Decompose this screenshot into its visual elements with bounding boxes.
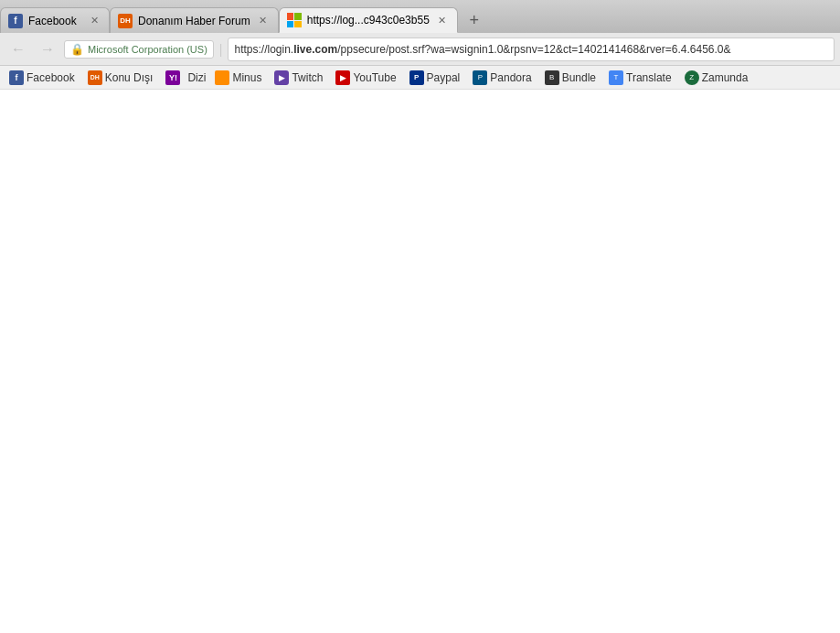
back-button[interactable]: ← (5, 37, 31, 62)
bookmark-icon-bundle: B (545, 70, 559, 85)
nav-bar: ← → 🔒 Microsoft Corporation (US) | https… (0, 33, 840, 66)
bookmark-minus[interactable]: Minus (209, 68, 267, 88)
address-text: https://login.live.com/ppsecure/post.srf… (234, 43, 828, 56)
security-label: Microsoft Corporation (US) (88, 44, 207, 55)
bookmark-icon-konudisi: DH (88, 70, 102, 85)
bookmark-youtube[interactable]: ▶ YouTube (330, 68, 401, 88)
bookmark-paypal[interactable]: P Paypal (404, 68, 466, 88)
bookmark-label-paypal: Paypal (427, 71, 461, 84)
bookmark-icon-twitch: ▶ (274, 70, 289, 85)
tab-facebook[interactable]: f Facebook ✕ (0, 7, 110, 33)
bookmark-label-pandora: Pandora (490, 71, 531, 84)
bookmark-label-youtube: YouTube (353, 71, 396, 84)
lock-icon: 🔒 (70, 43, 84, 56)
bookmark-label-facebook: Facebook (27, 71, 75, 84)
security-badge[interactable]: 🔒 Microsoft Corporation (US) (64, 40, 214, 59)
tab-donanim[interactable]: DH Donanım Haber Forum ✕ (110, 7, 279, 33)
tab-label-live: https://log...c943c0e3b55 (307, 14, 430, 27)
page-content (0, 90, 840, 633)
bookmark-label-dizi: Dizi (187, 71, 206, 84)
bookmark-konudisi[interactable]: DH Konu Dışı (82, 68, 159, 88)
bookmark-zamunda[interactable]: Z Zamunda (679, 68, 754, 88)
bookmark-label-twitch: Twitch (292, 71, 323, 84)
tab-close-live[interactable]: ✕ (435, 13, 450, 27)
tab-label-donanim: Donanım Haber Forum (138, 15, 250, 27)
address-bar[interactable]: https://login.live.com/ppsecure/post.srf… (228, 38, 835, 61)
forward-button[interactable]: → (35, 37, 60, 62)
bookmark-twitch[interactable]: ▶ Twitch (269, 68, 328, 88)
bookmark-icon-zamunda: Z (685, 70, 699, 85)
bookmark-label-zamunda: Zamunda (702, 71, 749, 84)
bookmark-label-minus: Minus (232, 71, 261, 84)
bookmark-label-konudisi: Konu Dışı (105, 71, 154, 84)
bookmark-icon-dizi: Y! (165, 70, 180, 85)
tab-favicon-facebook: f (8, 14, 23, 28)
bookmark-icon-pandora: P (473, 70, 487, 85)
bookmark-pandora[interactable]: P Pandora (467, 68, 537, 88)
new-tab-button[interactable]: + (462, 7, 487, 33)
tab-close-donanim[interactable]: ✕ (256, 14, 271, 28)
bookmark-translate[interactable]: T Translate (603, 68, 677, 88)
tab-bar: f Facebook ✕ DH Donanım Haber Forum ✕ ht… (0, 0, 840, 33)
bookmarks-bar: f Facebook DH Konu Dışı Y! Dizi Minus ▶ … (0, 66, 840, 90)
tab-label-facebook: Facebook (28, 15, 81, 27)
bookmark-icon-translate: T (609, 70, 623, 85)
bookmark-dizi[interactable]: Y! (160, 68, 186, 88)
bookmark-icon-facebook: f (9, 70, 24, 85)
bookmark-label-bundle: Bundle (562, 71, 596, 84)
nav-separator: | (218, 42, 225, 57)
bookmark-bundle[interactable]: B Bundle (539, 68, 601, 88)
tab-favicon-live (287, 13, 302, 27)
bookmark-icon-youtube: ▶ (335, 70, 350, 85)
bookmark-facebook[interactable]: f Facebook (4, 68, 80, 88)
tab-live[interactable]: https://log...c943c0e3b55 ✕ (279, 7, 458, 33)
tab-close-facebook[interactable]: ✕ (87, 14, 101, 28)
bookmark-icon-minus (215, 70, 229, 85)
tab-favicon-donanim: DH (118, 14, 133, 28)
bookmark-icon-paypal: P (409, 70, 424, 85)
bookmark-label-translate: Translate (626, 71, 672, 84)
